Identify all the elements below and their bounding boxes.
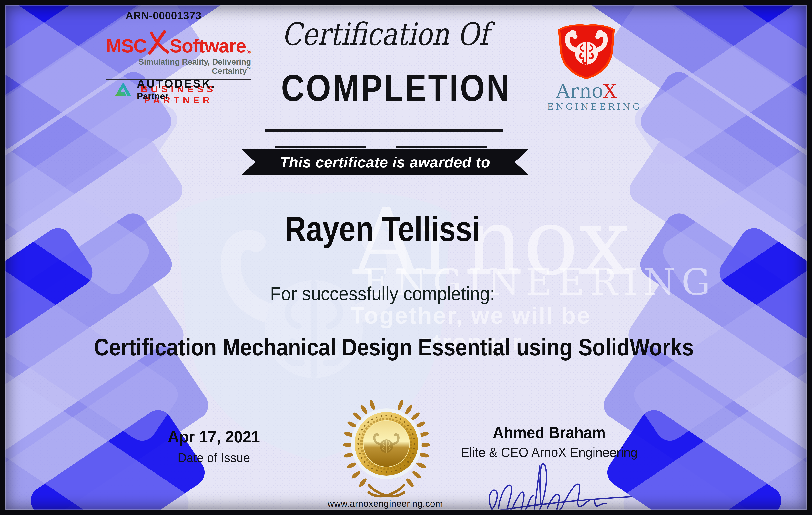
autodesk-wordmark: AUTODESK.: [137, 77, 216, 90]
msc-software-wordmark: Software: [170, 36, 246, 55]
recipient-name: Rayen Tellissi: [202, 211, 563, 247]
lead-line: For successfully completing:: [202, 283, 563, 305]
autodesk-triangle-icon: [114, 81, 133, 98]
certificate-number: ARN-00001373: [125, 9, 201, 22]
title-main: COMPLETION: [261, 69, 510, 107]
signer-name: Ahmed Braham: [451, 423, 647, 442]
signature-icon: [478, 456, 639, 515]
issue-date: Apr 17, 2021: [155, 427, 272, 446]
arnox-logo: ArnoX ENGINEERING: [547, 24, 626, 112]
title-underline-short-right: [396, 146, 487, 148]
title-underline-long: [265, 130, 503, 132]
autodesk-logo: AUTODESK. Partner: [114, 77, 216, 102]
issue-date-block: Apr 17, 2021 Date of Issue: [155, 427, 272, 465]
msc-x-swoosh-icon: [147, 30, 169, 55]
arnox-engineering-label: ENGINEERING: [547, 102, 626, 112]
autodesk-partner-label: Partner: [137, 91, 216, 102]
registered-mark: ®: [247, 49, 251, 55]
msc-tagline: Simulating Reality, Delivering Certainty…: [106, 57, 251, 76]
signer-block: Ahmed Braham Elite & CEO ArnoX Engineeri…: [451, 423, 647, 460]
issue-date-label: Date of Issue: [155, 450, 272, 465]
arnox-shield-icon: [554, 24, 619, 81]
msc-wordmark: MSC: [106, 36, 146, 55]
arnox-wordmark: ArnoX: [547, 81, 626, 101]
title-underline-short-left: [274, 146, 366, 148]
certificate-content: ARN-00001373 MSC Software ® Simulating R…: [0, 0, 812, 515]
website: www.arnoxengineering.com: [326, 498, 444, 509]
ribbon-text: This certificate is awarded to: [280, 153, 490, 171]
trademark-mark: ™: [247, 66, 251, 71]
gold-medal-icon: [339, 395, 433, 498]
course-title: Certification Mechanical Design Essentia…: [53, 334, 706, 361]
award-ribbon: This certificate is awarded to: [242, 149, 528, 175]
certificate: Arnox ENGINEERING Together, we will be s…: [0, 0, 812, 515]
title-script: Certification Of: [261, 18, 510, 51]
